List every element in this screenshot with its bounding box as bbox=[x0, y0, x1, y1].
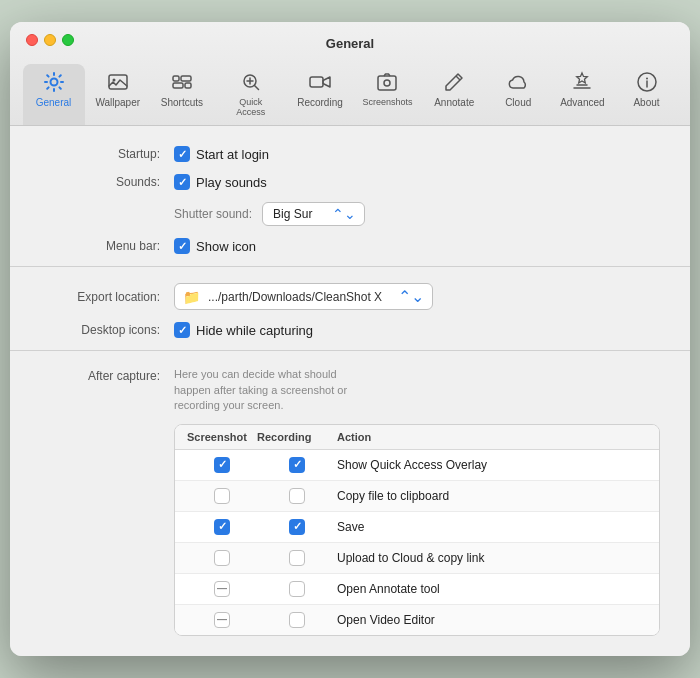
shutter-sound-value: Big Sur bbox=[273, 207, 312, 221]
table-row: Copy file to clipboard bbox=[175, 481, 659, 512]
row2-recording-checkbox[interactable] bbox=[289, 488, 305, 504]
sounds-row: Sounds: ✓ Play sounds bbox=[40, 174, 660, 190]
row4-screenshot-checkbox[interactable] bbox=[214, 550, 230, 566]
row3-screenshot-checkbox[interactable]: ✓ bbox=[214, 519, 230, 535]
row4-recording-checkbox[interactable] bbox=[289, 550, 305, 566]
table-row: ✓ ✓ Show Quick Access Overlay bbox=[175, 450, 659, 481]
sounds-checkbox[interactable]: ✓ bbox=[174, 174, 190, 190]
export-location-label: Export location: bbox=[40, 290, 160, 304]
menu-bar-checkbox[interactable]: ✓ bbox=[174, 238, 190, 254]
folder-icon: 📁 bbox=[183, 289, 200, 305]
tab-advanced[interactable]: Advanced bbox=[551, 64, 613, 125]
export-stepper-icon: ⌃⌄ bbox=[398, 287, 424, 306]
svg-point-2 bbox=[112, 79, 115, 82]
export-location-dropdown[interactable]: 📁 .../parth/Downloads/CleanShot X ⌃⌄ bbox=[174, 283, 433, 310]
row3-recording-checkbox[interactable]: ✓ bbox=[289, 519, 305, 535]
table-row: — Open Annotate tool bbox=[175, 574, 659, 605]
header-action: Action bbox=[337, 431, 647, 443]
desktop-icons-checkbox[interactable]: ✓ bbox=[174, 322, 190, 338]
tab-annotate-label: Annotate bbox=[434, 97, 474, 108]
tab-quick-access[interactable]: Quick Access bbox=[215, 64, 286, 125]
menu-bar-row: Menu bar: ✓ Show icon bbox=[40, 238, 660, 254]
maximize-button[interactable] bbox=[62, 34, 74, 46]
row5-recording-cell bbox=[257, 581, 337, 597]
svg-rect-3 bbox=[173, 76, 179, 81]
row5-screenshot-checkbox[interactable]: — bbox=[214, 581, 230, 597]
row5-screenshot-cell: — bbox=[187, 581, 257, 597]
screenshots-icon bbox=[375, 70, 399, 94]
row6-action: Open Video Editor bbox=[337, 613, 647, 627]
tab-screenshots-label: Screenshots bbox=[362, 97, 412, 107]
row2-screenshot-checkbox[interactable] bbox=[214, 488, 230, 504]
row5-recording-checkbox[interactable] bbox=[289, 581, 305, 597]
svg-rect-4 bbox=[181, 76, 191, 81]
after-capture-label: After capture: bbox=[40, 367, 160, 383]
traffic-lights bbox=[26, 34, 74, 46]
row1-screenshot-cell: ✓ bbox=[187, 457, 257, 473]
annotate-icon bbox=[442, 70, 466, 94]
menu-bar-text: Show icon bbox=[196, 239, 256, 254]
sounds-value: ✓ Play sounds bbox=[174, 174, 267, 190]
tab-screenshots[interactable]: Screenshots bbox=[354, 64, 422, 125]
titlebar: General General bbox=[10, 22, 690, 126]
row1-recording-checkbox[interactable]: ✓ bbox=[289, 457, 305, 473]
startup-checkbox[interactable]: ✓ bbox=[174, 146, 190, 162]
header-recording: Recording bbox=[257, 431, 337, 443]
after-capture-row: After capture: Here you can decide what … bbox=[40, 367, 660, 413]
row1-screenshot-checkbox[interactable]: ✓ bbox=[214, 457, 230, 473]
row3-recording-cell: ✓ bbox=[257, 519, 337, 535]
svg-rect-9 bbox=[378, 76, 396, 90]
shutter-sound-label: Shutter sound: bbox=[174, 207, 252, 221]
startup-text: Start at login bbox=[196, 147, 269, 162]
tab-advanced-label: Advanced bbox=[560, 97, 604, 108]
table-row: — Open Video Editor bbox=[175, 605, 659, 635]
main-window: General General bbox=[10, 22, 690, 655]
tab-cloud[interactable]: Cloud bbox=[487, 64, 549, 125]
header-screenshot: Screenshot bbox=[187, 431, 257, 443]
tab-general[interactable]: General bbox=[23, 64, 85, 125]
menu-bar-label: Menu bar: bbox=[40, 239, 160, 253]
row2-action: Copy file to clipboard bbox=[337, 489, 647, 503]
shutter-sound-row: Shutter sound: Big Sur ⌃⌄ bbox=[174, 202, 660, 226]
sounds-text: Play sounds bbox=[196, 175, 267, 190]
window-title: General bbox=[326, 36, 374, 51]
svg-point-12 bbox=[646, 78, 648, 80]
desktop-icons-label: Desktop icons: bbox=[40, 323, 160, 337]
row4-action: Upload to Cloud & copy link bbox=[337, 551, 647, 565]
desktop-icons-text: Hide while capturing bbox=[196, 323, 313, 338]
svg-point-0 bbox=[50, 79, 57, 86]
content-area: Startup: ✓ Start at login Sounds: ✓ Play… bbox=[10, 126, 690, 655]
tab-recording-label: Recording bbox=[297, 97, 343, 108]
svg-rect-8 bbox=[310, 77, 323, 87]
row1-action: Show Quick Access Overlay bbox=[337, 458, 647, 472]
close-button[interactable] bbox=[26, 34, 38, 46]
svg-rect-6 bbox=[185, 83, 191, 88]
shutter-sound-dropdown[interactable]: Big Sur ⌃⌄ bbox=[262, 202, 365, 226]
tab-shortcuts[interactable]: Shortcuts bbox=[151, 64, 213, 125]
minimize-button[interactable] bbox=[44, 34, 56, 46]
row6-screenshot-checkbox[interactable]: — bbox=[214, 612, 230, 628]
tab-wallpaper-label: Wallpaper bbox=[95, 97, 140, 108]
row6-screenshot-cell: — bbox=[187, 612, 257, 628]
row2-screenshot-cell bbox=[187, 488, 257, 504]
row6-recording-checkbox[interactable] bbox=[289, 612, 305, 628]
sounds-checkmark: ✓ bbox=[178, 177, 187, 188]
row4-recording-cell bbox=[257, 550, 337, 566]
tab-annotate[interactable]: Annotate bbox=[423, 64, 485, 125]
desktop-icons-value: ✓ Hide while capturing bbox=[174, 322, 313, 338]
export-location-row: Export location: 📁 .../parth/Downloads/C… bbox=[40, 283, 660, 310]
tab-about[interactable]: About bbox=[616, 64, 678, 125]
tab-recording[interactable]: Recording bbox=[288, 64, 351, 125]
recording-icon bbox=[308, 70, 332, 94]
startup-value: ✓ Start at login bbox=[174, 146, 269, 162]
row6-recording-cell bbox=[257, 612, 337, 628]
menu-bar-value: ✓ Show icon bbox=[174, 238, 256, 254]
actions-table: Screenshot Recording Action ✓ ✓ Show Qui… bbox=[174, 424, 660, 636]
after-capture-desc: Here you can decide what should happen a… bbox=[174, 367, 374, 413]
tab-wallpaper[interactable]: Wallpaper bbox=[87, 64, 149, 125]
tab-general-label: General bbox=[36, 97, 72, 108]
desktop-icons-row: Desktop icons: ✓ Hide while capturing bbox=[40, 322, 660, 338]
menu-bar-checkmark: ✓ bbox=[178, 241, 187, 252]
svg-point-10 bbox=[384, 80, 390, 86]
row4-screenshot-cell bbox=[187, 550, 257, 566]
